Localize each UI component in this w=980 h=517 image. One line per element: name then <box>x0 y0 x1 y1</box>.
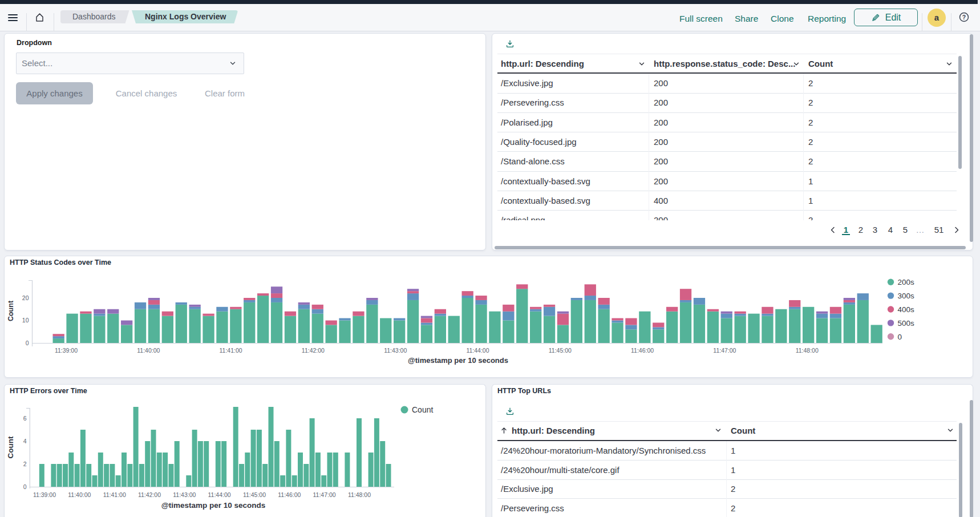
svg-text:11:40:00: 11:40:00 <box>137 347 160 354</box>
svg-text:11:43:00: 11:43:00 <box>384 347 407 354</box>
svg-text:200s: 200s <box>898 278 915 286</box>
svg-text:300s: 300s <box>898 292 915 300</box>
svg-text:@timestamp per 10 seconds: @timestamp per 10 seconds <box>408 356 508 365</box>
svg-text:11:43:00: 11:43:00 <box>173 491 196 498</box>
svg-text:11:46:00: 11:46:00 <box>278 491 301 498</box>
svg-text:11:46:00: 11:46:00 <box>631 347 654 354</box>
svg-text:4: 4 <box>23 438 27 445</box>
svg-text:0: 0 <box>898 333 902 341</box>
svg-text:11:42:00: 11:42:00 <box>302 347 325 354</box>
svg-text:500s: 500s <box>898 319 915 328</box>
svg-text:11:40:00: 11:40:00 <box>68 491 91 498</box>
svg-text:2: 2 <box>23 461 27 467</box>
svg-text:Count: Count <box>6 436 15 458</box>
svg-text:400s: 400s <box>898 305 915 314</box>
svg-text:11:44:00: 11:44:00 <box>208 491 231 498</box>
svg-text:11:44:00: 11:44:00 <box>466 347 489 354</box>
svg-text:11:47:00: 11:47:00 <box>313 491 336 498</box>
svg-text:11:47:00: 11:47:00 <box>713 347 736 354</box>
svg-text:11:45:00: 11:45:00 <box>243 491 266 498</box>
svg-text:11:48:00: 11:48:00 <box>796 347 819 354</box>
svg-text:11:45:00: 11:45:00 <box>549 347 572 354</box>
svg-text:11:48:00: 11:48:00 <box>348 491 371 498</box>
svg-text:6: 6 <box>23 415 27 422</box>
svg-text:11:41:00: 11:41:00 <box>220 347 242 354</box>
svg-text:11:41:00: 11:41:00 <box>103 491 126 498</box>
svg-text:?: ? <box>962 14 966 21</box>
svg-text:0: 0 <box>23 483 27 490</box>
svg-text:11:39:00: 11:39:00 <box>55 347 78 354</box>
svg-text:20: 20 <box>22 294 29 301</box>
svg-text:Count: Count <box>7 300 15 321</box>
svg-text:0: 0 <box>26 340 29 346</box>
svg-text:11:42:00: 11:42:00 <box>138 491 161 498</box>
svg-text:Count: Count <box>412 405 433 414</box>
svg-text:10: 10 <box>22 317 29 324</box>
svg-text:@timestamp per 10 seconds: @timestamp per 10 seconds <box>161 501 266 510</box>
svg-text:11:39:00: 11:39:00 <box>33 491 56 498</box>
